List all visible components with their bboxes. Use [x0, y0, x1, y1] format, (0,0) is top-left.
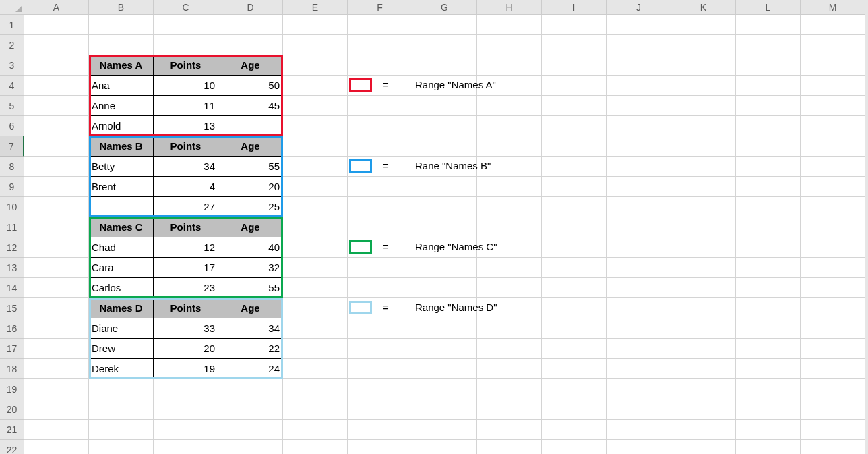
cell-L19[interactable] — [736, 379, 801, 399]
cell-K12[interactable] — [671, 237, 736, 258]
cell-I6[interactable] — [542, 116, 607, 136]
cell-L11[interactable] — [736, 217, 801, 237]
cell-I7[interactable] — [542, 136, 607, 157]
cell-I9[interactable] — [542, 177, 607, 197]
cell-A15[interactable] — [24, 298, 89, 318]
row-header-9[interactable]: 9 — [0, 177, 24, 197]
cell-M8[interactable] — [801, 157, 865, 177]
row-header-14[interactable]: 14 — [0, 278, 24, 298]
row-header-1[interactable]: 1 — [0, 15, 24, 35]
row-header-18[interactable]: 18 — [0, 359, 24, 379]
cell-K4[interactable] — [671, 76, 736, 96]
cell-A8[interactable] — [24, 157, 89, 177]
row-header-7[interactable]: 7 — [0, 136, 24, 157]
cell-L3[interactable] — [736, 55, 801, 76]
cell-K22[interactable] — [671, 440, 736, 454]
cell-J1[interactable] — [607, 15, 671, 35]
cell-F11[interactable] — [348, 217, 412, 237]
table-d-cell-r1-c1[interactable]: 20 — [154, 339, 218, 359]
cell-F18[interactable] — [348, 359, 412, 379]
cell-A14[interactable] — [24, 278, 89, 298]
cell-I3[interactable] — [542, 55, 607, 76]
cell-L16[interactable] — [736, 318, 801, 339]
column-header-L[interactable]: L — [736, 0, 801, 15]
cell-L13[interactable] — [736, 258, 801, 278]
table-c-cell-r1-c2[interactable]: 32 — [218, 258, 283, 278]
cell-I21[interactable] — [542, 420, 607, 440]
cell-C1[interactable] — [154, 15, 218, 35]
cell-I8[interactable] — [542, 157, 607, 177]
cell-E22[interactable] — [283, 440, 348, 454]
cell-H7[interactable] — [477, 136, 542, 157]
cell-B22[interactable] — [89, 440, 154, 454]
cell-A10[interactable] — [24, 197, 89, 217]
cell-G13[interactable] — [412, 258, 477, 278]
cell-H22[interactable] — [477, 440, 542, 454]
table-a-cell-r1-c2[interactable]: 45 — [218, 96, 283, 116]
table-d-cell-r2-c0[interactable]: Derek — [89, 359, 154, 379]
cell-G5[interactable] — [412, 96, 477, 116]
table-b-cell-r2-c0[interactable] — [89, 197, 154, 217]
cell-F9[interactable] — [348, 177, 412, 197]
cell-J11[interactable] — [607, 217, 671, 237]
cell-K18[interactable] — [671, 359, 736, 379]
cell-B2[interactable] — [89, 35, 154, 55]
cell-M6[interactable] — [801, 116, 865, 136]
cell-M1[interactable] — [801, 15, 865, 35]
row-header-11[interactable]: 11 — [0, 217, 24, 237]
table-d-cell-r1-c0[interactable]: Drew — [89, 339, 154, 359]
cell-B19[interactable] — [89, 379, 154, 399]
cell-F17[interactable] — [348, 339, 412, 359]
cell-L15[interactable] — [736, 298, 801, 318]
cell-E4[interactable] — [283, 76, 348, 96]
table-d-header-2[interactable]: Age — [218, 298, 283, 318]
cell-M7[interactable] — [801, 136, 865, 157]
cell-F3[interactable] — [348, 55, 412, 76]
table-b-header-2[interactable]: Age — [218, 136, 283, 157]
cell-J20[interactable] — [607, 399, 671, 420]
cell-A21[interactable] — [24, 420, 89, 440]
cell-G18[interactable] — [412, 359, 477, 379]
cell-M4[interactable] — [801, 76, 865, 96]
cell-I5[interactable] — [542, 96, 607, 116]
column-header-J[interactable]: J — [607, 0, 671, 15]
cell-L14[interactable] — [736, 278, 801, 298]
cell-J18[interactable] — [607, 359, 671, 379]
cell-I4[interactable] — [542, 76, 607, 96]
cell-K5[interactable] — [671, 96, 736, 116]
cell-M10[interactable] — [801, 197, 865, 217]
cell-H13[interactable] — [477, 258, 542, 278]
cell-A11[interactable] — [24, 217, 89, 237]
cell-K14[interactable] — [671, 278, 736, 298]
row-header-4[interactable]: 4 — [0, 76, 24, 96]
cell-G16[interactable] — [412, 318, 477, 339]
cell-M2[interactable] — [801, 35, 865, 55]
cell-H9[interactable] — [477, 177, 542, 197]
cell-M9[interactable] — [801, 177, 865, 197]
cell-J22[interactable] — [607, 440, 671, 454]
cell-E1[interactable] — [283, 15, 348, 35]
row-header-2[interactable]: 2 — [0, 35, 24, 55]
cell-A16[interactable] — [24, 318, 89, 339]
cell-K19[interactable] — [671, 379, 736, 399]
cell-L17[interactable] — [736, 339, 801, 359]
cell-J6[interactable] — [607, 116, 671, 136]
table-b-cell-r2-c1[interactable]: 27 — [154, 197, 218, 217]
cell-D19[interactable] — [218, 379, 283, 399]
cell-C21[interactable] — [154, 420, 218, 440]
cell-C19[interactable] — [154, 379, 218, 399]
cell-L21[interactable] — [736, 420, 801, 440]
cell-E3[interactable] — [283, 55, 348, 76]
table-d-cell-r1-c2[interactable]: 22 — [218, 339, 283, 359]
table-a-cell-r2-c0[interactable]: Arnold — [89, 116, 154, 136]
table-b-header-1[interactable]: Points — [154, 136, 218, 157]
cell-I14[interactable] — [542, 278, 607, 298]
cell-M21[interactable] — [801, 420, 865, 440]
cell-F13[interactable] — [348, 258, 412, 278]
row-header-22[interactable]: 22 — [0, 440, 24, 454]
cell-H17[interactable] — [477, 339, 542, 359]
cell-E20[interactable] — [283, 399, 348, 420]
cell-G19[interactable] — [412, 379, 477, 399]
cell-E19[interactable] — [283, 379, 348, 399]
cell-E14[interactable] — [283, 278, 348, 298]
